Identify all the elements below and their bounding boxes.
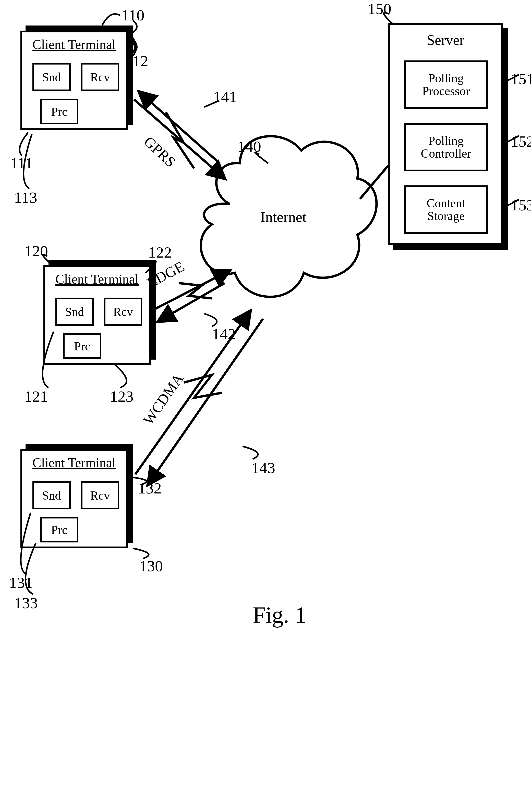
server-polling-processor: PollingProcessor — [404, 60, 488, 109]
client1-rcv: Rcv — [81, 63, 119, 91]
client3-snd: Snd — [32, 481, 71, 509]
ref-151: 151 — [511, 70, 531, 87]
server-content-storage: ContentStorage — [404, 185, 488, 234]
gprs-arrow-in — [139, 92, 220, 163]
client3-prc: Prc — [40, 517, 79, 542]
ref-143: 143 — [251, 459, 275, 476]
server-box: Server PollingProcessor PollingControlle… — [388, 23, 503, 245]
ref-112: 112 — [125, 52, 148, 70]
client3-title: Client Terminal — [22, 455, 126, 470]
client2-rcv: Rcv — [104, 298, 142, 326]
ref-153: 153 — [511, 197, 531, 214]
wcdma-arrow-in — [148, 319, 263, 484]
client2-prc: Prc — [63, 333, 101, 359]
ref-120: 120 — [24, 242, 48, 260]
ref-152: 152 — [511, 133, 531, 150]
edge-arrow-in — [158, 283, 225, 321]
client2-snd: Snd — [55, 298, 94, 326]
ref-122: 122 — [148, 244, 172, 261]
ref-142: 142 — [212, 325, 236, 343]
gprs-label: GPRS — [141, 133, 179, 170]
ref-113: 113 — [14, 189, 37, 206]
server-polling-controller: PollingController — [404, 123, 488, 171]
ref-133: 133 — [14, 594, 38, 611]
edge-arrow-out — [156, 270, 230, 308]
client1-title: Client Terminal — [22, 37, 126, 52]
internet-label: Internet — [261, 208, 306, 225]
cloud-server-link — [360, 166, 388, 199]
client3-rcv: Rcv — [81, 481, 119, 509]
ref-150: 150 — [368, 0, 391, 17]
edge-lightning — [179, 283, 212, 299]
ref-132: 132 — [138, 479, 162, 497]
ref-111: 111 — [10, 154, 33, 172]
ref-130: 130 — [139, 557, 163, 575]
client-terminal-2: Client Terminal Snd Rcv Prc — [43, 265, 151, 365]
server-title: Server — [390, 32, 501, 48]
gprs-lightning — [166, 112, 194, 168]
ref-110: 110 — [121, 6, 144, 24]
figure-caption: Fig. 1 — [253, 602, 306, 628]
ref-121: 121 — [24, 388, 48, 405]
client-terminal-1: Client Terminal Snd Rcv Prc — [20, 31, 128, 130]
ref-140: 140 — [237, 138, 261, 155]
gprs-arrow-out — [134, 100, 225, 178]
edge-label: EDGE — [144, 258, 187, 291]
wcdma-lightning — [184, 375, 222, 398]
client-terminal-3: Client Terminal Snd Rcv Prc — [20, 449, 128, 548]
client1-snd: Snd — [32, 63, 71, 91]
client1-prc: Prc — [40, 99, 79, 124]
ref-141: 141 — [213, 88, 237, 105]
ref-131: 131 — [9, 574, 33, 591]
ref-123: 123 — [110, 388, 134, 405]
client2-title: Client Terminal — [45, 272, 149, 287]
internet-cloud — [201, 136, 377, 297]
wcdma-arrow-out — [135, 311, 250, 474]
wcdma-label: WCDMA — [140, 371, 187, 428]
